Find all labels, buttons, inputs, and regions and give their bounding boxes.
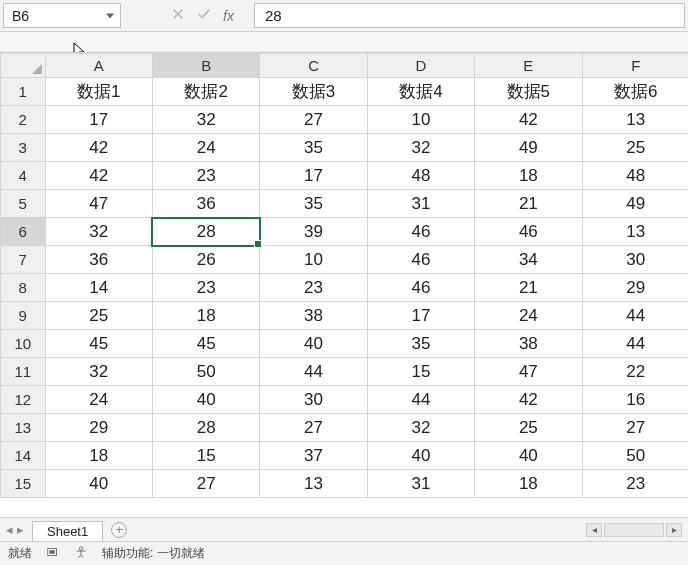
- cell[interactable]: 42: [45, 162, 152, 190]
- col-header-B[interactable]: B: [152, 54, 259, 78]
- cell[interactable]: 30: [260, 386, 367, 414]
- row-header[interactable]: 3: [1, 134, 46, 162]
- row-header[interactable]: 12: [1, 386, 46, 414]
- cell[interactable]: 46: [367, 246, 474, 274]
- cell[interactable]: 47: [45, 190, 152, 218]
- cell[interactable]: 49: [475, 134, 582, 162]
- cell[interactable]: 38: [475, 330, 582, 358]
- add-sheet-button[interactable]: +: [111, 522, 127, 538]
- cell[interactable]: 46: [475, 218, 582, 246]
- cell[interactable]: 40: [475, 442, 582, 470]
- cell[interactable]: 44: [582, 302, 688, 330]
- cell[interactable]: 35: [367, 330, 474, 358]
- row-header[interactable]: 10: [1, 330, 46, 358]
- cell[interactable]: 数据5: [475, 78, 582, 106]
- cell[interactable]: 16: [582, 386, 688, 414]
- cell[interactable]: 数据3: [260, 78, 367, 106]
- cell[interactable]: 46: [367, 218, 474, 246]
- dropdown-icon[interactable]: [106, 13, 114, 18]
- cell[interactable]: 40: [367, 442, 474, 470]
- cell[interactable]: 25: [45, 302, 152, 330]
- row-header[interactable]: 8: [1, 274, 46, 302]
- cell[interactable]: 47: [475, 358, 582, 386]
- sheet-tab[interactable]: Sheet1: [32, 521, 103, 541]
- col-header-C[interactable]: C: [260, 54, 367, 78]
- cell[interactable]: 27: [152, 470, 259, 498]
- cell[interactable]: 22: [582, 358, 688, 386]
- cell[interactable]: 46: [367, 274, 474, 302]
- cell[interactable]: 38: [260, 302, 367, 330]
- col-header-A[interactable]: A: [45, 54, 152, 78]
- cell[interactable]: 45: [45, 330, 152, 358]
- scroll-right-icon[interactable]: ▸: [666, 523, 682, 537]
- row-header[interactable]: 13: [1, 414, 46, 442]
- cell[interactable]: 44: [582, 330, 688, 358]
- cell[interactable]: 36: [45, 246, 152, 274]
- cell[interactable]: 数据2: [152, 78, 259, 106]
- row-header[interactable]: 9: [1, 302, 46, 330]
- cell[interactable]: 23: [260, 274, 367, 302]
- cell[interactable]: 40: [152, 386, 259, 414]
- cell[interactable]: 48: [367, 162, 474, 190]
- cell[interactable]: 30: [582, 246, 688, 274]
- cell[interactable]: 18: [152, 302, 259, 330]
- cell[interactable]: 32: [367, 414, 474, 442]
- cell[interactable]: 40: [45, 470, 152, 498]
- row-header[interactable]: 7: [1, 246, 46, 274]
- cell[interactable]: 29: [45, 414, 152, 442]
- cell[interactable]: 25: [475, 414, 582, 442]
- col-header-E[interactable]: E: [475, 54, 582, 78]
- cell[interactable]: 26: [152, 246, 259, 274]
- cell[interactable]: 50: [582, 442, 688, 470]
- macro-record-icon[interactable]: [46, 545, 60, 562]
- cell[interactable]: 32: [152, 106, 259, 134]
- cell[interactable]: 24: [45, 386, 152, 414]
- row-header[interactable]: 11: [1, 358, 46, 386]
- cell[interactable]: 数据6: [582, 78, 688, 106]
- row-header[interactable]: 6: [1, 218, 46, 246]
- cell[interactable]: 13: [582, 106, 688, 134]
- cell[interactable]: 23: [152, 162, 259, 190]
- cell[interactable]: 13: [260, 470, 367, 498]
- cell[interactable]: 24: [475, 302, 582, 330]
- col-header-F[interactable]: F: [582, 54, 688, 78]
- cell[interactable]: 27: [260, 106, 367, 134]
- cell[interactable]: 45: [152, 330, 259, 358]
- cell[interactable]: 10: [260, 246, 367, 274]
- cell[interactable]: 14: [45, 274, 152, 302]
- cell[interactable]: 31: [367, 190, 474, 218]
- cell[interactable]: 31: [367, 470, 474, 498]
- cell[interactable]: 25: [582, 134, 688, 162]
- row-header[interactable]: 5: [1, 190, 46, 218]
- cell[interactable]: 17: [367, 302, 474, 330]
- cell[interactable]: 35: [260, 134, 367, 162]
- row-header[interactable]: 15: [1, 470, 46, 498]
- cell[interactable]: 数据1: [45, 78, 152, 106]
- cell[interactable]: 27: [582, 414, 688, 442]
- cell[interactable]: 18: [45, 442, 152, 470]
- cell[interactable]: 28: [152, 414, 259, 442]
- cell[interactable]: 10: [367, 106, 474, 134]
- select-all-corner[interactable]: [1, 54, 46, 78]
- cell[interactable]: 42: [475, 386, 582, 414]
- scroll-track[interactable]: [604, 523, 664, 537]
- cell[interactable]: 39: [260, 218, 367, 246]
- formula-input[interactable]: 28: [254, 3, 685, 28]
- cell[interactable]: 28: [152, 218, 259, 246]
- cell[interactable]: 32: [45, 358, 152, 386]
- cancel-icon[interactable]: [171, 7, 185, 24]
- cell[interactable]: 49: [582, 190, 688, 218]
- fx-icon[interactable]: fx: [223, 8, 234, 24]
- confirm-icon[interactable]: [197, 7, 211, 24]
- worksheet-area[interactable]: A B C D E F 1数据1数据2数据3数据4数据5数据6217322710…: [0, 52, 688, 517]
- cell[interactable]: 48: [582, 162, 688, 190]
- cell[interactable]: 24: [152, 134, 259, 162]
- cell[interactable]: 32: [45, 218, 152, 246]
- cell[interactable]: 17: [45, 106, 152, 134]
- row-header[interactable]: 4: [1, 162, 46, 190]
- cell[interactable]: 35: [260, 190, 367, 218]
- cell[interactable]: 44: [367, 386, 474, 414]
- cell[interactable]: 21: [475, 274, 582, 302]
- cell[interactable]: 27: [260, 414, 367, 442]
- cell[interactable]: 18: [475, 162, 582, 190]
